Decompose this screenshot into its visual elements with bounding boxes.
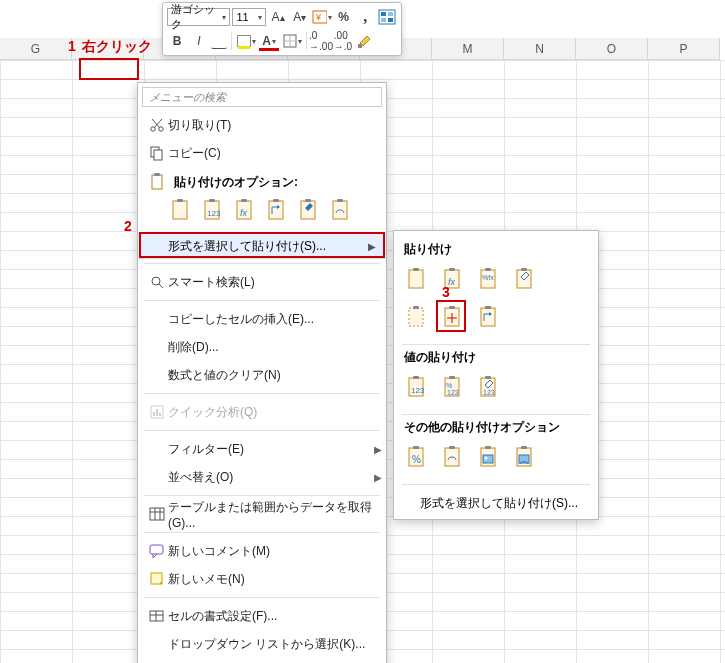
menu-item-label: フィルター(E) bbox=[168, 441, 370, 458]
svg-rect-43 bbox=[150, 545, 163, 554]
svg-rect-22 bbox=[209, 199, 215, 202]
sub-paste-picture-button[interactable] bbox=[476, 444, 502, 472]
menu-item-get-data[interactable]: テーブルまたは範囲からデータを取得(G)... bbox=[138, 500, 386, 528]
menu-item-sort[interactable]: 並べ替え(O) ▶ bbox=[138, 463, 386, 491]
column-header[interactable]: N bbox=[504, 38, 576, 60]
svg-point-84 bbox=[485, 457, 488, 460]
svg-rect-28 bbox=[273, 199, 279, 202]
svg-rect-20 bbox=[177, 199, 183, 202]
sub-paste-values-button[interactable]: 123 bbox=[404, 374, 430, 402]
menu-item-label: ドロップダウン リストから選択(K)... bbox=[168, 636, 386, 653]
svg-rect-59 bbox=[413, 306, 419, 309]
paste-values-button[interactable]: 123 bbox=[200, 197, 226, 225]
paste-options-row: 123 fx bbox=[138, 193, 386, 233]
format-painter-button[interactable] bbox=[355, 31, 375, 51]
copy-icon bbox=[146, 145, 168, 161]
menu-item-label: 新しいメモ(N) bbox=[168, 571, 386, 588]
sub-paste-transpose-button[interactable] bbox=[476, 304, 502, 332]
svg-line-34 bbox=[159, 284, 163, 288]
sub-paste-linked-picture-button[interactable] bbox=[512, 444, 538, 472]
menu-search-input[interactable]: メニューの検索 bbox=[142, 87, 382, 107]
quick-analysis-icon bbox=[146, 404, 168, 420]
sub-paste-formatting-button[interactable]: % bbox=[404, 444, 430, 472]
scissors-icon bbox=[146, 117, 168, 133]
search-icon bbox=[146, 274, 168, 290]
sub-paste-keep-source-button[interactable] bbox=[512, 266, 538, 294]
menu-item-label: コピー(C) bbox=[168, 145, 386, 162]
menu-item-label: 数式と値のクリア(N) bbox=[168, 367, 386, 384]
paste-formatting-button[interactable] bbox=[296, 197, 322, 225]
svg-rect-10 bbox=[358, 44, 362, 48]
underline-button[interactable] bbox=[211, 33, 227, 49]
italic-button[interactable]: I bbox=[189, 31, 209, 51]
paste-formulas-button[interactable]: fx bbox=[232, 197, 258, 225]
paste-transpose-button[interactable] bbox=[264, 197, 290, 225]
sub-paste-values-source-button[interactable]: 123 bbox=[476, 374, 502, 402]
column-header[interactable]: O bbox=[576, 38, 648, 60]
sub-paste-special-dialog[interactable]: 形式を選択して貼り付け(S)... bbox=[402, 489, 590, 513]
borders-button[interactable]: ▾ bbox=[282, 31, 302, 51]
menu-item-delete[interactable]: 削除(D)... bbox=[138, 333, 386, 361]
font-name-combobox[interactable]: 游ゴシック▾ bbox=[167, 8, 230, 26]
sub-paste-formulas-number-button[interactable]: %fx bbox=[476, 266, 502, 294]
sub-paste-values-number-button[interactable]: %123 bbox=[440, 374, 466, 402]
menu-item-new-comment[interactable]: 新しいコメント(M) bbox=[138, 537, 386, 565]
decrease-decimal-button[interactable]: .00→.0 bbox=[333, 31, 353, 51]
menu-search-placeholder: メニューの検索 bbox=[149, 90, 226, 105]
menu-item-insert-copied[interactable]: コピーしたセルの挿入(E)... bbox=[138, 305, 386, 333]
menu-item-copy[interactable]: コピー(C) bbox=[138, 139, 386, 167]
svg-rect-5 bbox=[381, 18, 386, 22]
menu-item-label: クイック分析(Q) bbox=[168, 404, 386, 421]
svg-text:123: 123 bbox=[447, 389, 459, 396]
svg-rect-4 bbox=[388, 12, 393, 16]
menu-item-dropdown-select[interactable]: ドロップダウン リストから選択(K)... bbox=[138, 630, 386, 658]
menu-item-smart-lookup[interactable]: スマート検索(L) bbox=[138, 268, 386, 296]
mini-toolbar: 游ゴシック▾ 11▾ A▴ A▾ ¥▾ % , B I ▾ A▾ ▾ .0→.0… bbox=[162, 2, 402, 56]
svg-rect-65 bbox=[485, 306, 491, 309]
menu-item-label: テーブルまたは範囲からデータを取得(G)... bbox=[168, 499, 386, 530]
submenu-values-header: 値の貼り付け bbox=[404, 349, 590, 366]
menu-item-label: 並べ替え(O) bbox=[168, 469, 370, 486]
menu-item-label: 形式を選択して貼り付け(S)... bbox=[402, 489, 580, 514]
annotation-1-number: 1 bbox=[68, 38, 76, 54]
submenu-other-header: その他の貼り付けオプション bbox=[404, 419, 590, 436]
menu-item-filter[interactable]: フィルター(E) ▶ bbox=[138, 435, 386, 463]
font-color-button[interactable]: A▾ bbox=[258, 31, 280, 51]
paste-link-button[interactable] bbox=[328, 197, 354, 225]
bold-button[interactable]: B bbox=[167, 31, 187, 51]
clipboard-icon bbox=[146, 173, 168, 191]
font-size-combobox[interactable]: 11▾ bbox=[232, 8, 266, 26]
column-header[interactable]: P bbox=[648, 38, 720, 60]
svg-rect-30 bbox=[305, 199, 311, 202]
menu-item-new-note[interactable]: 新しいメモ(N) bbox=[138, 565, 386, 593]
svg-rect-86 bbox=[521, 446, 527, 449]
column-header[interactable]: G bbox=[0, 38, 72, 60]
menu-item-clear[interactable]: 数式と値のクリア(N) bbox=[138, 361, 386, 389]
svg-rect-37 bbox=[156, 409, 158, 416]
paste-all-button[interactable] bbox=[168, 197, 194, 225]
svg-rect-36 bbox=[153, 412, 155, 416]
svg-rect-27 bbox=[269, 201, 283, 219]
increase-font-size-button[interactable]: A▴ bbox=[268, 7, 288, 27]
sub-paste-link-button[interactable] bbox=[440, 444, 466, 472]
menu-item-cut[interactable]: 切り取り(T) bbox=[138, 111, 386, 139]
menu-item-furigana[interactable]: ア亜 ふりがなの表示(S) bbox=[138, 658, 386, 663]
conditional-formatting-button[interactable] bbox=[377, 7, 397, 27]
svg-text:¥: ¥ bbox=[315, 12, 322, 22]
svg-rect-51 bbox=[449, 268, 455, 271]
decrease-font-size-button[interactable]: A▾ bbox=[290, 7, 310, 27]
svg-rect-74 bbox=[485, 376, 491, 379]
font-size-value: 11 bbox=[236, 11, 248, 23]
svg-text:%fx: %fx bbox=[482, 274, 494, 281]
menu-item-format-cells[interactable]: セルの書式設定(F)... bbox=[138, 602, 386, 630]
increase-decimal-button[interactable]: .0→.00 bbox=[311, 31, 331, 51]
comma-style-button[interactable]: , bbox=[355, 7, 375, 27]
column-header[interactable]: M bbox=[432, 38, 504, 60]
sub-paste-no-borders-button[interactable] bbox=[404, 304, 430, 332]
menu-item-quick-analysis: クイック分析(Q) bbox=[138, 398, 386, 426]
accounting-format-button[interactable]: ¥▾ bbox=[312, 7, 332, 27]
sub-paste-all-button[interactable] bbox=[404, 266, 430, 294]
svg-rect-17 bbox=[152, 175, 162, 189]
fill-color-button[interactable]: ▾ bbox=[236, 31, 256, 51]
percent-style-button[interactable]: % bbox=[334, 7, 354, 27]
